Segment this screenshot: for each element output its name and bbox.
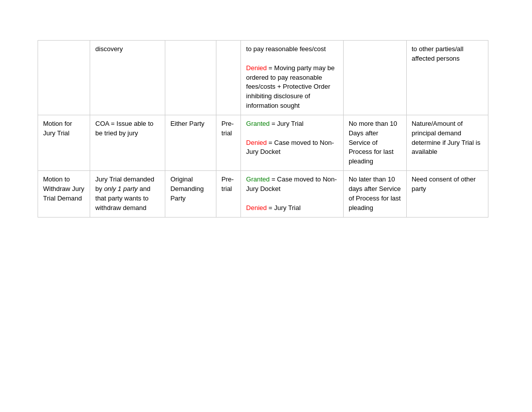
- cell-r2-c4: Pre-trial: [216, 115, 241, 170]
- cell-r3-c6: No later than 10 days after Service of P…: [343, 171, 406, 217]
- cell-r1-c2: discovery: [90, 41, 165, 115]
- denied-label-2: Denied: [246, 139, 267, 146]
- cell-r3-c2: Jury Trial demanded by only 1 party and …: [90, 171, 165, 217]
- cell-r2-c2: COA = Issue able to be tried by jury: [90, 115, 165, 170]
- text-only-1-party: only 1 party: [104, 185, 138, 192]
- table-row: Motion to Withdraw Jury Trial Demand Jur…: [38, 171, 488, 217]
- cell-r3-c7: Need consent of other party: [406, 171, 488, 217]
- table-row: Motion for Jury Trial COA = Issue able t…: [38, 115, 488, 170]
- denied-label-1: Denied: [246, 64, 267, 72]
- cell-r1-c3: [165, 41, 216, 115]
- cell-r1-c7: to other parties/all affected persons: [406, 41, 488, 115]
- denied-label-3: Denied: [246, 204, 267, 212]
- cell-r3-c1: Motion to Withdraw Jury Trial Demand: [38, 171, 90, 217]
- cell-r2-c3: Either Party: [165, 115, 216, 170]
- text-denied-desc-3: = Jury Trial: [269, 204, 301, 212]
- text-fees: to pay reasonable fees/cost: [246, 45, 326, 53]
- cell-r2-c5: Granted = Jury Trial Denied = Case moved…: [241, 115, 344, 170]
- cell-r3-c4: Pre-trial: [216, 171, 241, 217]
- cell-r1-c4: [216, 41, 241, 115]
- granted-label-3: Granted: [246, 175, 270, 183]
- cell-r1-c1: [38, 41, 90, 115]
- table-row: discovery to pay reasonable fees/cost De…: [38, 41, 488, 115]
- cell-r2-c6: No more than 10 Days after Service of Pr…: [343, 115, 406, 170]
- cell-r2-c1: Motion for Jury Trial: [38, 115, 90, 170]
- cell-r3-c5: Granted = Case moved to Non-Jury Docket …: [241, 171, 344, 217]
- text-granted-desc-2: = Jury Trial: [272, 120, 304, 127]
- cell-r3-c3: Original Demanding Party: [165, 171, 216, 217]
- granted-label-2: Granted: [246, 120, 270, 127]
- main-table: discovery to pay reasonable fees/cost De…: [38, 40, 488, 218]
- cell-r1-c6: [343, 41, 406, 115]
- cell-r1-c5: to pay reasonable fees/cost Denied = Mov…: [241, 41, 344, 115]
- page-wrapper: discovery to pay reasonable fees/cost De…: [0, 0, 532, 258]
- cell-r2-c7: Nature/Amount of principal demand determ…: [406, 115, 488, 170]
